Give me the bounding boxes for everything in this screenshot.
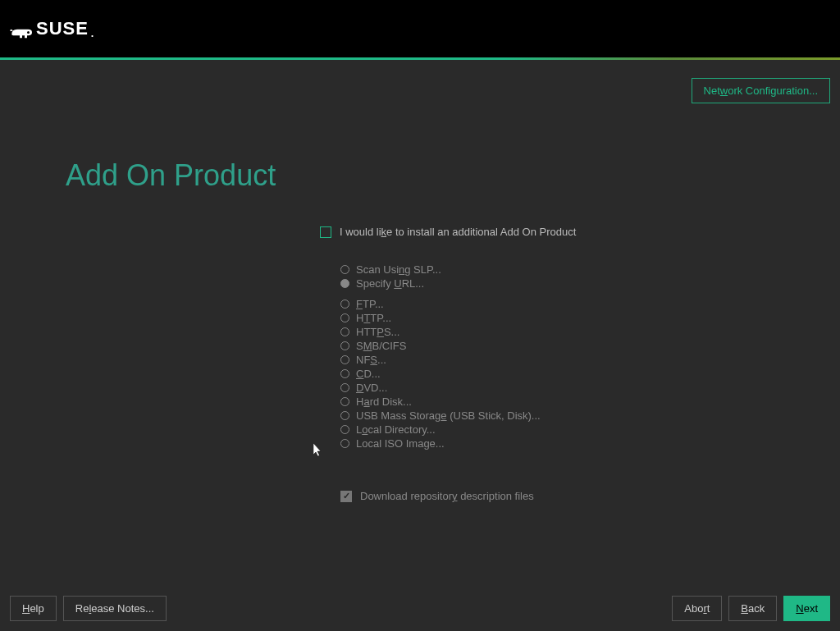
radio-nfs[interactable]: NFS...: [340, 353, 840, 367]
radio-usb[interactable]: USB Mass Storage (USB Stick, Disk)...: [340, 409, 840, 423]
radio-ftp-input[interactable]: [340, 299, 349, 309]
radio-url-input[interactable]: [340, 279, 349, 288]
chameleon-icon: [10, 23, 34, 39]
radio-localiso[interactable]: Local ISO Image...: [340, 437, 840, 450]
radio-localiso-input[interactable]: [340, 439, 349, 448]
radio-https[interactable]: HTTPS...: [340, 325, 840, 339]
source-radio-list: Scan Using SLP...Specify URL...FTP...HTT…: [340, 263, 840, 450]
radio-https-label: HTTPS...: [356, 326, 399, 338]
radio-localdir-input[interactable]: [340, 425, 349, 434]
radio-http-input[interactable]: [340, 313, 349, 322]
radio-dvd-input[interactable]: [340, 383, 349, 392]
logo-text: SUSE: [36, 18, 89, 39]
radio-slp[interactable]: Scan Using SLP...: [340, 263, 840, 277]
radio-http[interactable]: HTTP...: [340, 311, 840, 325]
release-notes-button[interactable]: Release Notes...: [63, 596, 167, 621]
radio-harddisk-label: Hard Disk...: [356, 396, 412, 408]
help-button[interactable]: Help: [10, 596, 57, 621]
addon-install-checkbox-row[interactable]: I would like to install an additional Ad…: [320, 226, 840, 238]
radio-cd-input[interactable]: [340, 369, 349, 378]
page-title: Add On Product: [66, 158, 774, 193]
radio-dvd-label: DVD...: [356, 382, 387, 394]
radio-ftp[interactable]: FTP...: [340, 297, 840, 311]
network-configuration-button[interactable]: Network Configuration...: [692, 78, 830, 103]
radio-ftp-label: FTP...: [356, 298, 384, 310]
back-button[interactable]: Back: [728, 596, 777, 621]
radio-harddisk-input[interactable]: [340, 397, 349, 406]
addon-install-checkbox[interactable]: [320, 226, 331, 238]
radio-cd-label: CD...: [356, 368, 381, 380]
radio-http-label: HTTP...: [356, 312, 391, 324]
radio-nfs-input[interactable]: [340, 355, 349, 364]
radio-smb[interactable]: SMB/CIFS: [340, 339, 840, 353]
header: SUSE .: [0, 0, 840, 57]
radio-harddisk[interactable]: Hard Disk...: [340, 395, 840, 409]
addon-install-label: I would like to install an additional Ad…: [340, 226, 576, 238]
radio-smb-label: SMB/CIFS: [356, 340, 406, 352]
radio-slp-input[interactable]: [340, 265, 349, 274]
radio-cd[interactable]: CD...: [340, 367, 840, 381]
radio-nfs-label: NFS...: [356, 354, 386, 366]
radio-url-label: Specify URL...: [356, 277, 424, 290]
radio-smb-input[interactable]: [340, 341, 349, 350]
download-repo-label: Download repository description files: [360, 490, 534, 502]
radio-localdir-label: Local Directory...: [356, 423, 436, 436]
radio-localdir[interactable]: Local Directory...: [340, 423, 840, 437]
radio-slp-label: Scan Using SLP...: [356, 263, 441, 276]
radio-usb-input[interactable]: [340, 411, 349, 420]
suse-logo: SUSE .: [10, 18, 94, 39]
radio-https-input[interactable]: [340, 327, 349, 336]
radio-usb-label: USB Mass Storage (USB Stick, Disk)...: [356, 409, 541, 422]
radio-dvd[interactable]: DVD...: [340, 381, 840, 395]
radio-localiso-label: Local ISO Image...: [356, 437, 445, 450]
download-repo-checkbox-row[interactable]: Download repository description files: [340, 490, 840, 502]
footer: Help Release Notes... Abort Back Next: [10, 596, 830, 621]
download-repo-checkbox[interactable]: [340, 491, 352, 502]
next-button[interactable]: Next: [783, 596, 830, 621]
abort-button[interactable]: Abort: [672, 596, 722, 621]
radio-url[interactable]: Specify URL...: [340, 277, 840, 290]
accent-bar: [0, 57, 840, 60]
